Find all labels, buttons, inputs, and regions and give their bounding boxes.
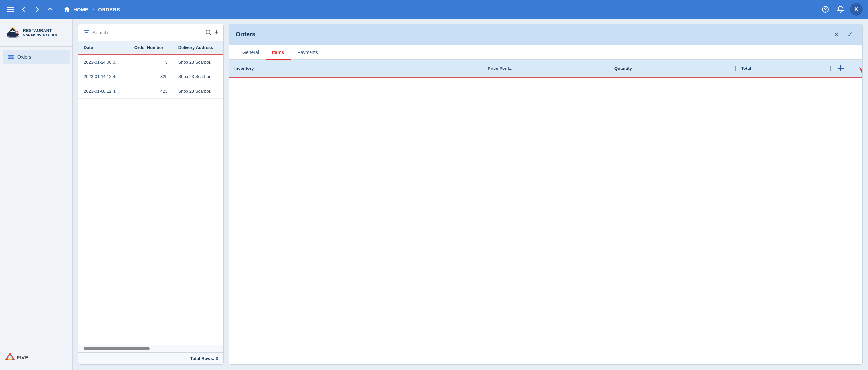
back-button[interactable] [19,4,29,15]
orders-table: Date Order Number Delivery Address [79,41,223,98]
cell-delivery-address: Shop 23 Scarbor. [173,69,223,84]
svg-rect-2 [7,11,14,12]
logo-title: RESTAURANT [23,28,57,33]
breadcrumb-separator: › [92,6,94,12]
horizontal-scrollbar[interactable] [84,347,150,350]
notifications-button[interactable] [835,4,846,15]
detail-tabs: General Items Payments [229,45,862,60]
main-layout: RESTAURANT ORDERING SYSTEM Orders [0,19,868,370]
up-button[interactable] [45,4,56,15]
avatar-initials: K [855,6,859,12]
orders-table-container: Date Order Number Delivery Address [79,41,223,345]
cell-date: 2023-01-14 12:4... [79,69,129,84]
total-rows-label: Total Rows: 3 [190,356,218,361]
list-panel: + Date Order Number [78,24,223,365]
search-bar: + [79,24,223,41]
five-logo: FIVE [5,353,29,362]
cell-date: 2023-01-08 12:4... [79,84,129,98]
cell-date: 2023-01-24 06:0... [79,55,129,69]
logo-icon [5,25,20,40]
close-detail-button[interactable]: ✕ [831,29,842,40]
detail-header: Orders ✕ ✓ [229,24,862,45]
topbar: HOME › ORDERS K [0,0,868,19]
col-date: Date [79,41,129,55]
sidebar-logo: RESTAURANT ORDERING SYSTEM [0,23,72,47]
svg-point-6 [7,35,19,38]
svg-rect-8 [8,57,13,58]
sidebar: RESTAURANT ORDERING SYSTEM Orders [0,19,73,370]
cell-order-number: 423 [129,84,173,98]
home-icon [63,6,70,12]
sidebar-footer: FIVE [0,349,72,366]
home-link[interactable]: HOME [73,7,88,12]
table-row[interactable]: 2023-01-24 06:0... 3 Shop 23 Scarbor. [79,55,223,69]
confirm-detail-button[interactable]: ✓ [844,29,856,40]
cell-order-number: 325 [129,69,173,84]
add-item-button[interactable] [836,63,845,73]
svg-rect-7 [8,55,13,56]
forward-button[interactable] [32,4,42,15]
search-input[interactable] [92,30,203,35]
col-total: Total [736,60,831,78]
tab-general[interactable]: General [236,45,266,60]
table-row[interactable]: 2023-01-14 12:4... 325 Shop 23 Scarbor. [79,69,223,84]
col-order-number: Order Number [129,41,173,55]
detail-panel: Orders ✕ ✓ General Items Payments [229,24,863,365]
svg-rect-1 [7,9,14,10]
tab-payments[interactable]: Payments [291,45,324,60]
detail-panel-title: Orders [236,31,828,38]
table-header-row: Date Order Number Delivery Address [79,41,223,55]
filter-button[interactable] [83,29,90,36]
logo-text: RESTAURANT ORDERING SYSTEM [23,28,57,36]
search-button[interactable] [205,29,212,36]
layers-icon [8,53,14,61]
svg-line-17 [210,34,211,35]
five-label: FIVE [17,355,29,361]
svg-rect-9 [8,58,13,59]
menu-button[interactable] [5,4,16,15]
table-row[interactable]: 2023-01-08 12:4... 423 Shop 23 Scarbor. [79,84,223,98]
col-price-per-item: Price Per I... [483,60,609,78]
logo-subtitle: ORDERING SYSTEM [23,33,57,36]
table-footer: Total Rows: 3 [79,352,223,364]
current-page-label: ORDERS [98,7,120,12]
scrollbar-area [79,345,223,352]
items-header-row: Inventory Price Per I... Quantity [229,60,862,78]
items-table: Inventory Price Per I... Quantity [229,60,862,78]
topbar-right: K [820,3,863,16]
help-button[interactable] [820,4,831,15]
sidebar-item-label: Orders [17,54,31,60]
col-inventory: Inventory [229,60,483,78]
orders-table-body: 2023-01-24 06:0... 3 Shop 23 Scarbor. 20… [79,55,223,98]
tab-items[interactable]: Items [266,45,291,60]
col-quantity: Quantity [609,60,736,78]
cell-order-number: 3 [129,55,173,69]
svg-point-16 [206,30,210,34]
five-logo-icon [5,353,14,362]
cell-delivery-address: Shop 23 Scarbor. [173,55,223,69]
sidebar-item-orders[interactable]: Orders [3,50,70,64]
cell-delivery-address: Shop 23 Scarbor. [173,84,223,98]
svg-rect-0 [7,7,14,8]
user-avatar-button[interactable]: K [850,3,863,16]
items-table-container: Inventory Price Per I... Quantity [229,60,862,364]
col-add [831,60,862,78]
add-record-button[interactable]: + [214,28,219,37]
arrow-indicator [857,63,862,74]
home-label: HOME [73,7,88,12]
content-area: + Date Order Number [73,19,868,370]
col-delivery-address: Delivery Address [173,41,223,55]
